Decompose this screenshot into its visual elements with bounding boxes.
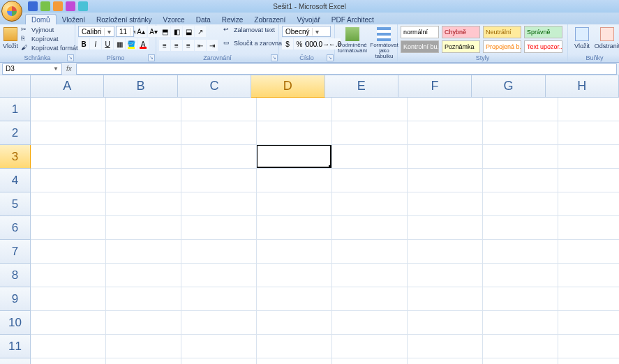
group-styles-buttons: Podmíněné formátování Formátovat jako ta… xyxy=(335,24,398,62)
dialog-launcher-icon[interactable]: ↘ xyxy=(327,54,334,61)
format-painter-button[interactable]: 🖌Kopírovat formát xyxy=(21,44,78,52)
row-header[interactable]: 7 xyxy=(0,240,31,264)
select-all-corner[interactable] xyxy=(0,75,31,98)
percent-button[interactable]: % xyxy=(294,38,305,50)
column-header[interactable]: H xyxy=(546,75,619,98)
insert-cells-button[interactable]: Vložit xyxy=(571,26,593,50)
border-button[interactable]: ▦ xyxy=(114,38,125,50)
currency-button[interactable]: $ xyxy=(282,38,293,50)
align-right-button[interactable]: ≡ xyxy=(183,40,194,51)
column-header[interactable]: B xyxy=(104,75,177,98)
tab-pdf-architect[interactable]: PDF Architect xyxy=(326,15,380,24)
align-center-button[interactable]: ≡ xyxy=(171,40,182,51)
align-top-button[interactable]: ⬒ xyxy=(159,26,170,37)
group-number: Obecný▾ $ % 000 .0→ ←.0 Číslo ↘ xyxy=(279,24,335,62)
dialog-launcher-icon[interactable]: ↘ xyxy=(67,54,74,61)
inc-decimals-button[interactable]: .0→ xyxy=(318,38,329,50)
style-cell[interactable]: Text upozor... xyxy=(524,40,562,53)
row-header[interactable]: 12 xyxy=(0,358,31,364)
row-header[interactable]: 11 xyxy=(0,335,31,358)
row-header[interactable]: 10 xyxy=(0,311,31,335)
style-cell[interactable]: Chybně xyxy=(442,26,480,38)
row-header[interactable]: 4 xyxy=(0,169,31,192)
row-header[interactable]: 9 xyxy=(0,287,31,311)
column-header[interactable]: F xyxy=(398,75,472,98)
group-label: Zarovnání xyxy=(156,54,278,61)
worksheet[interactable]: ABCDEFGH 123456789101112 xyxy=(0,75,619,364)
merge-icon: ▭ xyxy=(223,39,232,47)
styles-gallery[interactable]: normálníChybněNeutrálníSprávněKontrolní … xyxy=(401,26,565,54)
row-header[interactable]: 5 xyxy=(0,192,31,216)
copy-icon: ⎘ xyxy=(21,35,29,43)
style-cell[interactable]: Neutrální xyxy=(483,26,521,38)
column-header[interactable]: C xyxy=(178,75,251,98)
row-header[interactable]: 2 xyxy=(0,121,31,145)
align-middle-button[interactable]: ◧ xyxy=(171,26,182,37)
chevron-down-icon: ▾ xyxy=(312,28,320,36)
paste-icon xyxy=(3,27,17,41)
fx-icon[interactable]: fx xyxy=(66,65,72,73)
grow-font-button[interactable]: A▴ xyxy=(135,26,147,37)
style-cell[interactable]: Správně xyxy=(524,26,562,38)
delete-cells-button[interactable]: Odstranit xyxy=(596,26,618,50)
align-bottom-button[interactable]: ⬓ xyxy=(183,26,194,37)
format-as-table-button[interactable]: Formátovat jako tabulku xyxy=(370,26,398,59)
underline-button[interactable]: U xyxy=(102,38,113,50)
row-header[interactable]: 6 xyxy=(0,216,31,240)
italic-button[interactable]: I xyxy=(90,38,101,50)
copy-button[interactable]: ⎘Kopírovat xyxy=(21,35,78,43)
bold-button[interactable]: B xyxy=(78,38,89,50)
column-header[interactable]: G xyxy=(472,75,545,98)
indent-dec-button[interactable]: ⇤ xyxy=(195,40,206,51)
font-color-button[interactable]: A xyxy=(137,38,149,50)
redo-icon[interactable] xyxy=(53,1,63,11)
style-cell[interactable]: Propojená b... xyxy=(483,40,521,53)
save-icon[interactable] xyxy=(28,1,38,11)
office-button[interactable] xyxy=(1,1,22,22)
align-left-button[interactable]: ≡ xyxy=(159,40,170,51)
tab-revize[interactable]: Revize xyxy=(216,15,249,24)
font-size-combo[interactable]: 11▾ xyxy=(116,26,134,37)
undo-icon[interactable] xyxy=(40,1,50,11)
dialog-launcher-icon[interactable]: ↘ xyxy=(271,54,278,61)
qat-icon[interactable] xyxy=(78,1,88,11)
conditional-format-button[interactable]: Podmíněné formátování xyxy=(338,26,367,54)
tab-domů[interactable]: Domů xyxy=(25,14,57,24)
delete-icon xyxy=(600,27,614,41)
qat-icon[interactable] xyxy=(66,1,75,11)
cut-button[interactable]: ✂Vyjmout xyxy=(21,26,78,34)
indent-inc-button[interactable]: ⇥ xyxy=(207,40,218,51)
comma-button[interactable]: 000 xyxy=(306,38,317,50)
tab-data[interactable]: Data xyxy=(191,15,216,24)
row-header[interactable]: 3 xyxy=(0,145,31,169)
tab-zobrazení[interactable]: Zobrazení xyxy=(248,15,291,24)
tab-rozložení-stránky[interactable]: Rozložení stránky xyxy=(91,15,157,24)
formula-input[interactable] xyxy=(76,63,617,75)
dialog-launcher-icon[interactable]: ↘ xyxy=(148,54,155,61)
number-format-combo[interactable]: Obecný▾ xyxy=(282,26,331,37)
formula-bar: D3 ▼ fx xyxy=(0,63,619,75)
tab-vložení[interactable]: Vložení xyxy=(57,15,91,24)
paste-label: Vložit xyxy=(3,43,18,50)
orientation-button[interactable]: ↗ xyxy=(195,26,206,37)
label: Formátovat jako tabulku xyxy=(370,43,398,59)
cond-format-icon xyxy=(345,27,359,41)
style-cell[interactable]: normální xyxy=(401,26,439,38)
tab-vzorce[interactable]: Vzorce xyxy=(158,15,191,24)
style-cell[interactable]: Poznámka xyxy=(442,40,480,53)
row-header[interactable]: 1 xyxy=(0,98,31,121)
column-header[interactable]: A xyxy=(31,75,104,98)
row-header[interactable]: 8 xyxy=(0,264,31,287)
column-header[interactable]: E xyxy=(325,75,398,98)
chevron-down-icon: ▼ xyxy=(53,66,59,72)
column-header[interactable]: D xyxy=(251,75,325,98)
paste-button[interactable]: Vložit xyxy=(3,26,18,50)
scissors-icon: ✂ xyxy=(21,26,29,34)
font-name-combo[interactable]: Calibri▾ xyxy=(78,26,114,37)
cell-grid[interactable] xyxy=(31,98,619,364)
office-logo-icon xyxy=(7,6,17,16)
name-box[interactable]: D3 ▼ xyxy=(2,63,62,75)
style-cell[interactable]: Kontrolní bu... xyxy=(401,40,439,53)
tab-vývojář[interactable]: Vývojář xyxy=(291,15,325,24)
fill-color-button[interactable]: 🪣 xyxy=(126,38,137,50)
